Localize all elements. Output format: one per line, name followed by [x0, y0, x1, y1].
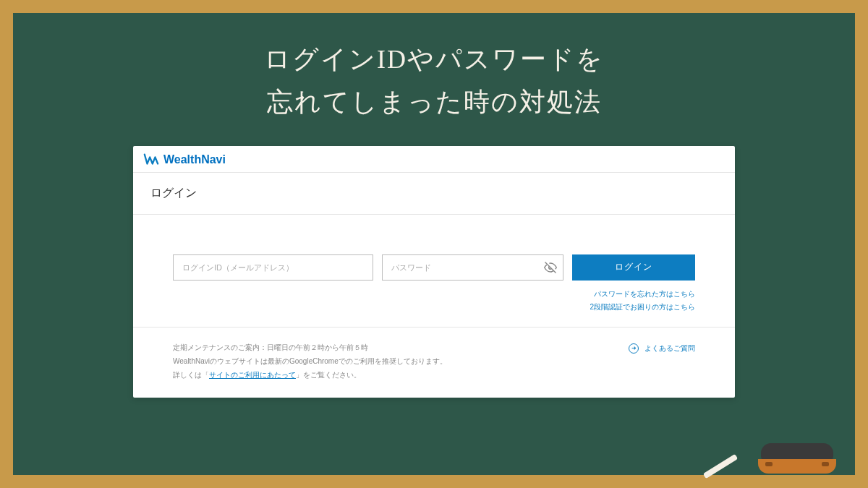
site-usage-link[interactable]: サイトのご利用にあたって [209, 371, 296, 379]
login-id-input[interactable] [173, 254, 373, 281]
arrow-right-circle-icon: ➜ [629, 343, 639, 354]
eraser-icon [761, 443, 833, 474]
login-button[interactable]: ログイン [572, 254, 695, 281]
wealthnavi-logo-icon [143, 152, 159, 168]
brand-name: WealthNavi [163, 153, 226, 166]
footer-area: 定期メンテナンスのご案内：日曜日の午前２時から午前５時 WealthNaviのウ… [133, 327, 735, 398]
browser-note: WealthNaviのウェブサイトは最新のGoogleChromeでのご利用を推… [173, 354, 447, 368]
chalkboard-background: ログインIDやパスワードを 忘れてしまった時の対処法 WealthNavi ログ… [13, 13, 855, 475]
title-line-2: 忘れてしまった時の対処法 [13, 81, 855, 124]
password-input[interactable] [382, 254, 563, 281]
chalk-icon [703, 454, 738, 479]
footer-text: 定期メンテナンスのご案内：日曜日の午前２時から午前５時 WealthNaviのウ… [173, 341, 447, 382]
password-field-wrap [382, 254, 563, 281]
detail-note: 詳しくは「サイトのご利用にあたって」をご覧ください。 [173, 368, 447, 382]
page-heading-row: ログイン [133, 173, 735, 215]
login-form: ログイン パスワードを忘れた方はこちら 2段階認証でお困りの方はこちら [133, 215, 735, 327]
help-links: パスワードを忘れた方はこちら 2段階認証でお困りの方はこちら [173, 289, 695, 312]
login-panel: WealthNavi ログイン ログイン [133, 146, 735, 398]
title-line-1: ログインIDやパスワードを [13, 38, 855, 81]
maintenance-note: 定期メンテナンスのご案内：日曜日の午前２時から午前５時 [173, 341, 447, 354]
page-title: ログインIDやパスワードを 忘れてしまった時の対処法 [13, 38, 855, 124]
login-heading: ログイン [150, 186, 718, 201]
form-row: ログイン [173, 254, 695, 281]
two-factor-help-link[interactable]: 2段階認証でお困りの方はこちら [590, 302, 695, 312]
faq-link[interactable]: ➜ よくあるご質問 [629, 343, 695, 354]
brand-header: WealthNavi [133, 146, 735, 173]
eye-off-icon[interactable] [543, 260, 558, 275]
faq-label: よくあるご質問 [644, 343, 695, 354]
forgot-password-link[interactable]: パスワードを忘れた方はこちら [594, 289, 695, 299]
